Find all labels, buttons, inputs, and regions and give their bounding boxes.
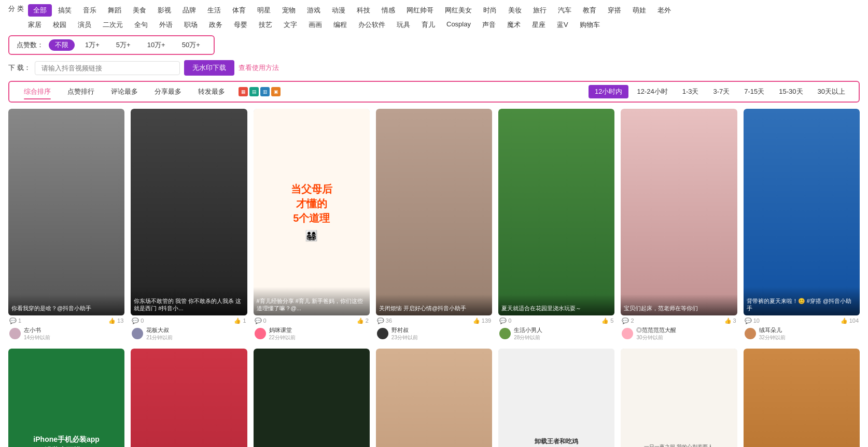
time-opt-3-7d[interactable]: 3-7天 xyxy=(707,85,736,98)
download-button[interactable]: 无水印下载 xyxy=(184,60,234,76)
likes-opt-10k[interactable]: 1万+ xyxy=(79,39,106,51)
sort-icon-blue[interactable]: ▥ xyxy=(260,87,270,96)
video-card[interactable]: 关闭烦恼 开启好心情@抖音小助手 💬36 👍139 野村叔 23分钟以前 xyxy=(376,109,492,342)
cat-item-campus[interactable]: 校园 xyxy=(48,19,72,31)
video-card[interactable]: 宝贝们起床，范老师在等你们 💬2 👍3 ◎范范范范大醒 30分钟以前 xyxy=(621,109,737,342)
sort-opt-shares[interactable]: 分享最多 xyxy=(147,85,189,98)
time-opt-15-30d[interactable]: 15-30天 xyxy=(773,85,809,98)
sort-icon-orange[interactable]: ▣ xyxy=(271,87,281,96)
likes-opt-500k[interactable]: 50万+ xyxy=(176,39,206,51)
download-help[interactable]: 查看使用方法 xyxy=(239,63,279,73)
cat-item-food[interactable]: 美食 xyxy=(128,4,151,17)
avatar xyxy=(9,328,21,339)
cat-item-bluev[interactable]: 蓝V xyxy=(552,19,573,31)
download-input[interactable] xyxy=(35,61,180,75)
cat-item-music[interactable]: 音乐 xyxy=(78,4,102,17)
video-card[interactable]: iPhone手机必装app没装太可惜了 📚🍎 ios中不起眼的6款手机APP，好… xyxy=(8,349,124,447)
post-time: 21分钟以前 xyxy=(146,334,246,341)
comment-count: 💬0 xyxy=(499,318,511,324)
likes-opt-100k[interactable]: 10万+ xyxy=(141,39,172,51)
cat-item-painting[interactable]: 画画 xyxy=(303,19,327,31)
cat-item-car[interactable]: 汽车 xyxy=(553,4,577,17)
video-meta: 💬36 👍139 xyxy=(376,315,492,325)
sort-options: 综合排序点赞排行评论最多分享最多转发最多 xyxy=(17,85,232,98)
cat-item-toy[interactable]: 玩具 xyxy=(391,19,415,31)
video-card[interactable] xyxy=(376,349,492,447)
cat-item-baby[interactable]: 母婴 xyxy=(229,19,253,31)
cat-item-acg[interactable]: 二次元 xyxy=(97,19,128,31)
cat-item-tech[interactable]: 科技 xyxy=(352,4,375,17)
sort-opt-likes[interactable]: 点赞排行 xyxy=(60,85,102,98)
cat-item-foreign-lang[interactable]: 外语 xyxy=(154,19,178,31)
cat-item-writing[interactable]: 文字 xyxy=(278,19,302,31)
sort-icon-teal[interactable]: ▤ xyxy=(249,87,259,96)
cat-item-all[interactable]: 全部 xyxy=(28,4,52,17)
cat-item-coding[interactable]: 编程 xyxy=(328,19,352,31)
cat-item-kol-male[interactable]: 网红帅哥 xyxy=(401,4,439,17)
time-opt-30d+[interactable]: 30天以上 xyxy=(811,85,851,98)
cat-item-constellation[interactable]: 星座 xyxy=(527,19,551,31)
cat-item-shopping[interactable]: 购物车 xyxy=(575,19,605,31)
post-time: 14分钟以前 xyxy=(24,334,123,341)
cat-item-cosplay[interactable]: Cosplay xyxy=(441,19,476,31)
cat-item-brand[interactable]: 品牌 xyxy=(177,4,201,17)
cat-item-anime[interactable]: 动漫 xyxy=(327,4,351,17)
video-card[interactable]: 夏天就适合在花园里浇水玩耍～ 💬0 👍5 生活小男人 28分钟以前 xyxy=(498,109,614,342)
likes-opt-50k[interactable]: 5万+ xyxy=(110,39,137,51)
category-label: 分 类 xyxy=(8,4,24,13)
cat-item-home[interactable]: 家居 xyxy=(23,19,47,31)
video-card[interactable]: 一日一夜之间,我的心判若两人抖音小助手 #情感 #文字 #书单 仅一夜之间，我的… xyxy=(621,349,737,447)
likes-filter-label: 点赞数： xyxy=(17,40,44,50)
sort-icon-red[interactable]: ▦ xyxy=(239,87,248,96)
cat-item-politics[interactable]: 政务 xyxy=(204,19,228,31)
video-card[interactable]: 你东场不敢管的 我管 你不敢杀的人我杀 这就是西门 #抖音小... 💬0 👍1 … xyxy=(131,109,247,342)
cat-item-dance[interactable]: 舞蹈 xyxy=(103,4,127,17)
cat-item-game[interactable]: 游戏 xyxy=(302,4,326,17)
cat-item-magic[interactable]: 魔术 xyxy=(502,19,526,31)
cat-item-emotion[interactable]: 情感 xyxy=(376,4,400,17)
cat-item-parenting[interactable]: 育儿 xyxy=(416,19,440,31)
sort-opt-comprehensive[interactable]: 综合排序 xyxy=(17,85,58,98)
cat-item-voice[interactable]: 声音 xyxy=(477,19,501,31)
cat-item-cute[interactable]: 萌娃 xyxy=(627,4,651,17)
cat-item-film[interactable]: 影视 xyxy=(152,4,176,17)
cat-item-skill[interactable]: 技艺 xyxy=(254,19,277,31)
cat-item-travel[interactable]: 旅行 xyxy=(528,4,552,17)
like-count: 👍104 xyxy=(841,318,859,324)
sort-opt-reposts[interactable]: 转发最多 xyxy=(191,85,232,98)
time-opt-1-3d[interactable]: 1-3天 xyxy=(676,85,705,98)
cat-item-outfit[interactable]: 穿搭 xyxy=(603,4,626,17)
video-card[interactable]: 当父母后才懂的5个道理 👨‍👩‍👧‍👦 #育儿经验分享 #育儿 新手爸妈，你们这… xyxy=(254,109,370,342)
time-opt-12-24h[interactable]: 12-24小时 xyxy=(631,85,674,98)
sort-opt-comments[interactable]: 评论最多 xyxy=(104,85,145,98)
video-card[interactable]: 你看我穿的是啥？@抖音小助手 💬1 👍13 左小书 14分钟以前 xyxy=(8,109,124,342)
video-meta: 💬1 👍13 xyxy=(8,315,124,325)
cat-item-edu[interactable]: 教育 xyxy=(578,4,601,17)
cat-item-foreign[interactable]: 老外 xyxy=(652,4,676,17)
time-opt-12h[interactable]: 12小时内 xyxy=(589,85,628,98)
time-opt-7-15d[interactable]: 7-15天 xyxy=(738,85,771,98)
cat-item-funny[interactable]: 搞笑 xyxy=(53,4,77,17)
cat-item-kol-female[interactable]: 网红美女 xyxy=(440,4,477,17)
cat-item-poem[interactable]: 全句 xyxy=(129,19,153,31)
video-card[interactable]: 女孩出车祸受伤，环卫大爷护住 安慰'谁家没有孩子呀' 奇食... xyxy=(744,349,860,447)
cat-item-life[interactable]: 生活 xyxy=(202,4,226,17)
post-time: 22分钟以前 xyxy=(269,334,369,341)
cat-item-actor[interactable]: 演员 xyxy=(73,19,96,31)
cat-item-sports[interactable]: 体育 xyxy=(227,4,251,17)
cat-item-celeb[interactable]: 明星 xyxy=(252,4,276,17)
post-time: 32分钟以前 xyxy=(759,334,859,341)
video-card[interactable]: 《美人鱼之死亡湖》 《美人鱼之死亡湖》 xyxy=(254,349,370,447)
video-card[interactable]: #周锐_[独家专访下] 娱乐是个圆，你想不到的人互都有着... xyxy=(131,349,247,447)
video-meta: 💬0 👍5 xyxy=(498,315,614,325)
video-card[interactable]: 背带裤的夏天来啦！😊 #穿搭 @抖音小助手 💬10 👍104 绒耳朵儿 32分钟… xyxy=(744,109,860,342)
likes-opt-unlimited[interactable]: 不限 xyxy=(49,39,75,51)
cat-item-work[interactable]: 职场 xyxy=(179,19,203,31)
cat-item-fashion[interactable]: 时尚 xyxy=(478,4,502,17)
sort-icons: ▦ ▤ ▥ ▣ xyxy=(239,87,281,96)
comment-count: 💬2 xyxy=(622,318,634,324)
cat-item-beauty[interactable]: 美妆 xyxy=(503,4,527,17)
cat-item-office[interactable]: 办公软件 xyxy=(353,19,390,31)
video-card[interactable]: 卸载王者和吃鸡看这三本书你会变得越来越优秀 @抖音小助手 #读书 xyxy=(498,349,614,447)
cat-item-pet[interactable]: 宠物 xyxy=(277,4,301,17)
